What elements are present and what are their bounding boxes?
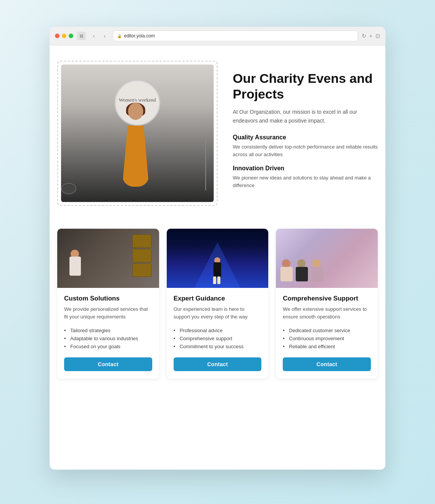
- card-body-2: Expert Guidance Our experienced team is …: [167, 288, 269, 379]
- meet-body-2: [296, 267, 308, 281]
- hero-image: Women's weekend: [61, 65, 214, 202]
- stage-text: Women's weekend: [119, 97, 156, 103]
- card-title-3: Comprehensive Support: [283, 295, 371, 302]
- browser-window: ⊟ ‹ › 🔒 editor.yola.com ↻ + ⊡: [50, 27, 385, 470]
- card-desc-1: We provide personalized services that fi…: [64, 305, 152, 320]
- box-3: [132, 263, 151, 277]
- card-title-1: Custom Solutions: [64, 295, 152, 302]
- extensions-icon[interactable]: ⊡: [375, 33, 380, 39]
- meet-person-3: [310, 259, 324, 284]
- stage-background: Women's weekend: [61, 65, 214, 202]
- card-2: Expert Guidance Our experienced team is …: [167, 229, 269, 379]
- card-list-3: Dedicated customer service Continuous im…: [283, 326, 371, 351]
- card-1: Custom Solutions We provide personalized…: [57, 229, 159, 379]
- list-item: Focused on your goals: [64, 342, 152, 351]
- back-button[interactable]: ‹: [89, 31, 98, 40]
- list-item: Adaptable to various industries: [64, 334, 152, 342]
- leg-2: [218, 276, 221, 284]
- card-3: Comprehensive Support We offer extensive…: [276, 229, 378, 379]
- boxes: [132, 234, 151, 277]
- meet-body-1: [280, 267, 293, 281]
- drum: [61, 183, 76, 194]
- feature-title-1: Quality Assurance: [233, 134, 378, 141]
- hero-section: Women's weekend: [57, 53, 378, 213]
- browser-content: Women's weekend: [50, 45, 385, 470]
- tab-icon: ⊟: [77, 32, 85, 40]
- address-bar[interactable]: 🔒 editor.yola.com: [113, 31, 358, 41]
- list-item: Commitment to your success: [174, 342, 262, 351]
- card-list-2: Professional advice Comprehensive suppor…: [174, 326, 262, 351]
- list-item: Tailored strategies: [64, 326, 152, 334]
- card-list-1: Tailored strategies Adaptable to various…: [64, 326, 152, 351]
- feature-title-2: Innovation Driven: [233, 165, 378, 172]
- feature-item-1: Quality Assurance We consistently delive…: [233, 134, 378, 158]
- hero-title: Our Charity Evens and Projects: [233, 71, 378, 102]
- person-body-1: [69, 257, 81, 276]
- new-tab-icon[interactable]: +: [369, 33, 372, 39]
- speaker-legs: [213, 276, 222, 284]
- meeting-people: [280, 259, 324, 284]
- list-item: Dedicated customer service: [283, 326, 371, 334]
- warehouse-person: [69, 250, 82, 282]
- person-head: [128, 103, 143, 120]
- card-body-3: Comprehensive Support We offer extensive…: [276, 288, 378, 379]
- warehouse-image: [57, 229, 159, 288]
- minimize-button[interactable]: [62, 34, 66, 38]
- hero-text: Our Charity Evens and Projects At Our Or…: [233, 71, 378, 196]
- list-item: Comprehensive support: [174, 334, 262, 342]
- mic-stand: [205, 137, 206, 191]
- meet-person-2: [295, 259, 308, 284]
- drum-kit: [61, 171, 84, 194]
- person-dress: [122, 126, 149, 187]
- card-image-2: [167, 229, 269, 288]
- feature-item-2: Innovation Driven We pioneer new ideas a…: [233, 165, 378, 189]
- meet-body-3: [311, 267, 323, 281]
- hero-image-wrapper: Women's weekend: [57, 61, 218, 206]
- list-item: Professional advice: [174, 326, 262, 334]
- contact-button-1[interactable]: Contact: [64, 357, 152, 371]
- speaker-image: [167, 229, 269, 288]
- card-desc-2: Our experienced team is here to support …: [174, 305, 262, 320]
- share-icon[interactable]: ↻: [362, 33, 366, 39]
- page-content: Women's weekend: [57, 53, 378, 462]
- url-text: editor.yola.com: [124, 33, 155, 39]
- feature-desc-2: We pioneer new ideas and solutions to st…: [233, 174, 378, 189]
- contact-button-2[interactable]: Contact: [174, 357, 262, 371]
- card-desc-3: We offer extensive support services to e…: [283, 305, 371, 320]
- box-2: [132, 249, 151, 262]
- meet-head-2: [297, 259, 306, 268]
- lock-icon: 🔒: [117, 34, 122, 38]
- speaker-person: [213, 257, 222, 284]
- meeting-image: [276, 229, 378, 288]
- hero-subtitle: At Our Organization, our mission is to e…: [233, 108, 378, 125]
- traffic-lights: [55, 34, 73, 38]
- list-item: Continuous improvement: [283, 334, 371, 342]
- feature-desc-1: We consistently deliver top-notch perfor…: [233, 143, 378, 158]
- maximize-button[interactable]: [69, 34, 73, 38]
- stage-person: [119, 103, 153, 187]
- close-button[interactable]: [55, 34, 60, 38]
- card-title-2: Expert Guidance: [174, 295, 262, 302]
- box-1: [132, 234, 151, 248]
- cards-section: Custom Solutions We provide personalized…: [57, 229, 378, 379]
- browser-chrome: ⊟ ‹ › 🔒 editor.yola.com ↻ + ⊡: [50, 27, 385, 45]
- card-body-1: Custom Solutions We provide personalized…: [57, 288, 159, 379]
- card-image-3: [276, 229, 378, 288]
- contact-button-3[interactable]: Contact: [283, 357, 371, 371]
- browser-actions: ↻ + ⊡: [362, 33, 380, 39]
- meet-person-1: [280, 259, 293, 284]
- speaker-body: [214, 262, 221, 278]
- meet-head-1: [282, 259, 290, 268]
- meet-head-3: [313, 259, 321, 268]
- card-image-1: [57, 229, 159, 288]
- image-dashed-border: Women's weekend: [57, 61, 218, 206]
- forward-button[interactable]: ›: [100, 31, 109, 40]
- leg-1: [213, 276, 216, 284]
- list-item: Reliable and efficient: [283, 342, 371, 351]
- browser-nav: ‹ ›: [89, 31, 109, 40]
